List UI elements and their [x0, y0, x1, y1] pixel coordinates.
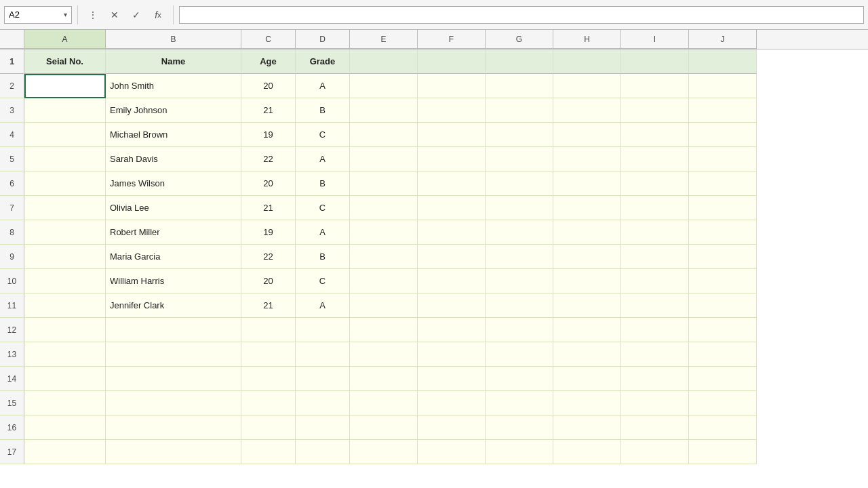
cell-G2[interactable]	[486, 74, 553, 98]
cell-G3[interactable]	[486, 98, 553, 123]
cell-C16[interactable]	[241, 415, 296, 440]
cell-C2[interactable]: 20	[241, 74, 296, 98]
cell-H8[interactable]	[553, 220, 621, 245]
cell-H17[interactable]	[553, 440, 621, 464]
cell-E12[interactable]	[350, 318, 418, 342]
cell-E17[interactable]	[350, 440, 418, 464]
cell-E11[interactable]	[350, 293, 418, 318]
cell-A11[interactable]	[24, 293, 106, 318]
cell-H6[interactable]	[553, 171, 621, 196]
cell-B12[interactable]	[106, 318, 241, 342]
col-header-E[interactable]: E	[350, 30, 418, 49]
cell-C6[interactable]: 20	[241, 171, 296, 196]
cell-I9[interactable]	[621, 245, 689, 269]
cell-F10[interactable]	[418, 269, 486, 293]
cell-D16[interactable]	[296, 415, 350, 440]
cell-I2[interactable]	[621, 74, 689, 98]
cell-F3[interactable]	[418, 98, 486, 123]
cell-E1[interactable]	[350, 49, 418, 74]
cell-I17[interactable]	[621, 440, 689, 464]
cell-H7[interactable]	[553, 196, 621, 220]
cell-I13[interactable]	[621, 342, 689, 367]
cell-reference-box[interactable]: A2 ▾	[4, 6, 72, 24]
cell-J6[interactable]	[689, 171, 757, 196]
cell-F13[interactable]	[418, 342, 486, 367]
cell-H5[interactable]	[553, 147, 621, 171]
cell-C14[interactable]	[241, 367, 296, 391]
cell-H9[interactable]	[553, 245, 621, 269]
cell-I6[interactable]	[621, 171, 689, 196]
cell-A14[interactable]	[24, 367, 106, 391]
cell-G4[interactable]	[486, 123, 553, 147]
cell-G5[interactable]	[486, 147, 553, 171]
cell-B17[interactable]	[106, 440, 241, 464]
cell-J14[interactable]	[689, 367, 757, 391]
cell-F8[interactable]	[418, 220, 486, 245]
cell-H11[interactable]	[553, 293, 621, 318]
cell-F7[interactable]	[418, 196, 486, 220]
cell-I8[interactable]	[621, 220, 689, 245]
cell-J3[interactable]	[689, 98, 757, 123]
cell-A7[interactable]	[24, 196, 106, 220]
cell-A4[interactable]	[24, 123, 106, 147]
cell-D1[interactable]: Grade	[296, 49, 350, 74]
col-header-I[interactable]: I	[621, 30, 689, 49]
cell-E5[interactable]	[350, 147, 418, 171]
cell-I4[interactable]	[621, 123, 689, 147]
cell-D13[interactable]	[296, 342, 350, 367]
cell-H3[interactable]	[553, 98, 621, 123]
cell-I15[interactable]	[621, 391, 689, 415]
cell-E9[interactable]	[350, 245, 418, 269]
cell-G8[interactable]	[486, 220, 553, 245]
cell-F6[interactable]	[418, 171, 486, 196]
cell-C10[interactable]: 20	[241, 269, 296, 293]
cell-D8[interactable]: A	[296, 220, 350, 245]
cell-C11[interactable]: 21	[241, 293, 296, 318]
cell-E10[interactable]	[350, 269, 418, 293]
cell-E14[interactable]	[350, 367, 418, 391]
cell-D6[interactable]: B	[296, 171, 350, 196]
cell-H1[interactable]	[553, 49, 621, 74]
cell-C1[interactable]: Age	[241, 49, 296, 74]
formula-button[interactable]: fx	[149, 5, 167, 24]
cell-I1[interactable]	[621, 49, 689, 74]
cell-B6[interactable]: James Wilson	[106, 171, 241, 196]
cell-I16[interactable]	[621, 415, 689, 440]
cell-I11[interactable]	[621, 293, 689, 318]
cell-B9[interactable]: Maria Garcia	[106, 245, 241, 269]
cell-E13[interactable]	[350, 342, 418, 367]
col-header-H[interactable]: H	[553, 30, 621, 49]
cell-D9[interactable]: B	[296, 245, 350, 269]
cell-G14[interactable]	[486, 367, 553, 391]
cell-J7[interactable]	[689, 196, 757, 220]
confirm-button[interactable]: ✓	[127, 5, 146, 24]
cell-E7[interactable]	[350, 196, 418, 220]
cell-J2[interactable]	[689, 74, 757, 98]
cell-J11[interactable]	[689, 293, 757, 318]
cell-E2[interactable]	[350, 74, 418, 98]
cell-A3[interactable]	[24, 98, 106, 123]
cell-G7[interactable]	[486, 196, 553, 220]
col-header-C[interactable]: C	[241, 30, 296, 49]
cell-C17[interactable]	[241, 440, 296, 464]
cell-B1[interactable]: Name	[106, 49, 241, 74]
cell-H13[interactable]	[553, 342, 621, 367]
col-header-G[interactable]: G	[486, 30, 553, 49]
cell-I10[interactable]	[621, 269, 689, 293]
cell-H2[interactable]	[553, 74, 621, 98]
cell-J8[interactable]	[689, 220, 757, 245]
cell-B11[interactable]: Jennifer Clark	[106, 293, 241, 318]
cell-A8[interactable]	[24, 220, 106, 245]
cell-E6[interactable]	[350, 171, 418, 196]
cell-J10[interactable]	[689, 269, 757, 293]
cell-F1[interactable]	[418, 49, 486, 74]
cell-D5[interactable]: A	[296, 147, 350, 171]
cell-D7[interactable]: C	[296, 196, 350, 220]
cell-J15[interactable]	[689, 391, 757, 415]
cell-B15[interactable]	[106, 391, 241, 415]
cell-B5[interactable]: Sarah Davis	[106, 147, 241, 171]
cell-A2[interactable]	[24, 74, 106, 98]
cell-D2[interactable]: A	[296, 74, 350, 98]
cell-D3[interactable]: B	[296, 98, 350, 123]
cell-B2[interactable]: John Smith	[106, 74, 241, 98]
